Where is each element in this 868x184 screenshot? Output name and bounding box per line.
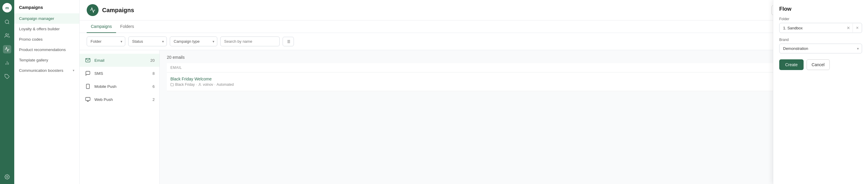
meta-separator: · — [196, 83, 197, 87]
avatar[interactable]: m — [2, 3, 12, 12]
sidebar-item-promo-codes[interactable]: Promo codes — [14, 34, 79, 44]
svg-point-7 — [6, 176, 8, 178]
header: Campaigns Create folder + Create campaig… — [80, 0, 868, 21]
status-filter-wrapper: Status — [128, 36, 167, 46]
settings-icon[interactable] — [3, 173, 11, 181]
email-count: 20 — [151, 58, 155, 63]
icon-bar: m — [0, 0, 14, 184]
chevron-down-icon: ▾ — [73, 68, 74, 72]
filter-list-button[interactable] — [283, 37, 294, 46]
svg-point-2 — [6, 34, 7, 35]
col-email-header: Email — [170, 66, 798, 70]
flow-panel: Flow Folder 1. Sandbox ✕ ✕ Brand Demonst… — [773, 50, 868, 184]
email-icon — [84, 57, 91, 64]
mobile-push-count: 6 — [153, 84, 155, 89]
sms-count: 8 — [153, 71, 155, 76]
header-left: Campaigns — [87, 4, 134, 16]
mobile-push-icon — [84, 83, 91, 90]
table-header: Email Status — [167, 63, 861, 72]
search-icon[interactable] — [3, 18, 11, 26]
campaign-table-area: 20 emails Email Status Black Friday Welc… — [160, 50, 868, 184]
svg-rect-15 — [86, 84, 90, 89]
tab-folders[interactable]: Folders — [116, 21, 138, 33]
sidebar-title: Campaigns — [14, 5, 79, 13]
campaign-type: Automated — [216, 83, 234, 87]
folder-filter-wrapper: Folder — [87, 36, 125, 46]
search-input[interactable] — [220, 36, 280, 46]
table-summary: 20 emails — [167, 55, 861, 60]
tab-campaigns[interactable]: Campaigns — [87, 21, 116, 33]
sidebar-item-product-recommendations[interactable]: Product recommendations — [14, 44, 79, 55]
puzzle-icon[interactable] — [3, 72, 11, 81]
sms-label: SMS — [94, 71, 103, 76]
users-icon[interactable] — [3, 31, 11, 40]
filters-bar: Folder Status Campaign type — [80, 33, 868, 50]
campaign-type-mobile-push[interactable]: Mobile Push 6 — [80, 80, 159, 93]
flow-brand-value: Demonstration — [779, 50, 854, 53]
campaign-folder: Black Friday — [175, 83, 195, 87]
sidebar-item-campaign-manager[interactable]: Campaign manager — [14, 13, 79, 24]
campaigns-icon[interactable] — [3, 45, 11, 54]
campaign-type-email[interactable]: Email 20 — [80, 54, 159, 67]
list-icon — [286, 39, 290, 44]
campaign-meta: Black Friday · volnov · Automated — [170, 83, 798, 87]
svg-point-20 — [199, 83, 200, 85]
campaign-author: volnov — [203, 83, 213, 87]
flow-actions: Create Cancel — [779, 59, 862, 70]
sidebar-item-template-gallery[interactable]: Template gallery — [14, 55, 79, 65]
web-push-count: 2 — [153, 97, 155, 102]
header-icon — [87, 4, 98, 16]
sidebar: Campaigns Campaign manager Loyalty & off… — [14, 0, 80, 184]
user-icon — [198, 83, 202, 86]
campaign-type-sms[interactable]: SMS 8 — [80, 67, 159, 80]
status-filter[interactable]: Status — [128, 36, 167, 46]
meta-separator2: · — [214, 83, 215, 87]
page-title: Campaigns — [102, 7, 134, 14]
folder-meta-icon — [170, 83, 174, 86]
table-cell-name: Black Friday Welcome Black Friday · voln… — [170, 76, 798, 87]
svg-point-0 — [5, 20, 9, 24]
email-label: Email — [94, 58, 104, 63]
campaign-type-filter-wrapper: Campaign type — [170, 36, 217, 46]
mobile-push-label: Mobile Push — [94, 84, 116, 89]
cancel-button[interactable]: Cancel — [807, 59, 830, 70]
sms-icon — [84, 70, 91, 77]
folder-filter[interactable]: Folder — [87, 36, 125, 46]
campaign-type-web-push[interactable]: Web Push 2 — [80, 93, 159, 106]
web-push-icon — [84, 96, 91, 103]
web-push-label: Web Push — [94, 97, 113, 102]
campaign-type-list: Email 20 SMS 8 M — [80, 50, 160, 184]
brand-chevron-icon[interactable]: ▾ — [854, 50, 862, 53]
main-content: Campaigns Create folder + Create campaig… — [80, 0, 868, 184]
sidebar-item-communication-boosters[interactable]: Communication boosters ▾ — [14, 65, 79, 76]
flow-brand-field: Brand Demonstration ▾ — [779, 50, 862, 54]
svg-line-1 — [8, 23, 9, 24]
svg-rect-17 — [86, 97, 90, 101]
campaign-name-link[interactable]: Black Friday Welcome — [170, 76, 212, 81]
flow-brand-select-row: Demonstration ▾ — [779, 50, 862, 54]
content-body: Email 20 SMS 8 M — [80, 50, 868, 184]
sidebar-item-loyalty-offers[interactable]: Loyalty & offers builder — [14, 24, 79, 34]
chart-icon[interactable] — [3, 59, 11, 67]
create-button[interactable]: Create — [779, 59, 804, 70]
table-row: Black Friday Welcome Black Friday · voln… — [167, 72, 861, 91]
campaign-type-filter[interactable]: Campaign type — [170, 36, 217, 46]
tab-bar: Campaigns Folders — [80, 21, 868, 33]
